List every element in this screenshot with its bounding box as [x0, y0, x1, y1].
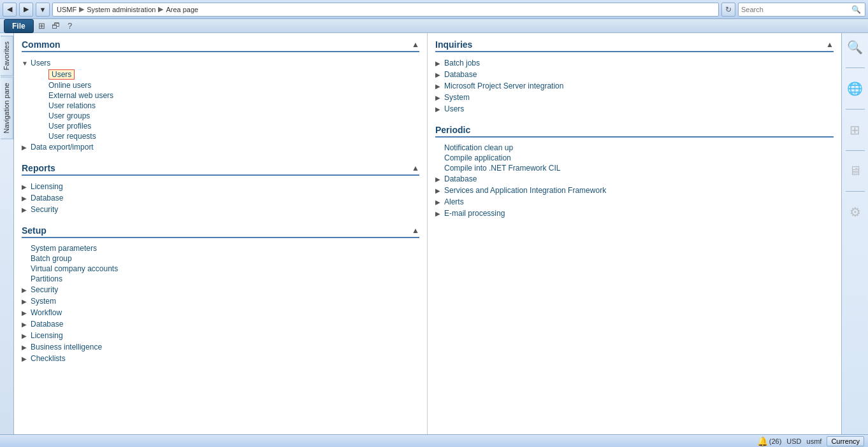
users-item[interactable]: Users — [22, 69, 419, 80]
right-divider-4 — [846, 191, 865, 192]
right-icons-panel: 🔍 🌐 ⊞ 🖥 ⚙ — [841, 33, 868, 447]
search-box: 🔍 — [738, 3, 865, 17]
alerts-item[interactable]: ▶ Alerts — [435, 196, 834, 208]
users-link[interactable]: Users — [48, 69, 75, 80]
back-button[interactable]: ◀ — [3, 3, 17, 17]
user-groups-item[interactable]: User groups — [22, 111, 419, 121]
compile-application-item[interactable]: Compile application — [435, 153, 834, 163]
notification-cleanup-item[interactable]: Notification clean up — [435, 143, 834, 153]
reports-title: Reports — [22, 163, 55, 173]
notification-area: 🔔 (26) — [757, 436, 782, 446]
reports-licensing-item[interactable]: ▶ Licensing — [22, 181, 419, 192]
forward-button[interactable]: ▶ — [19, 3, 33, 17]
reports-security-item[interactable]: ▶ Security — [22, 204, 419, 215]
ms-project-item[interactable]: ▶ Microsoft Project Server integration — [435, 80, 834, 92]
reports-collapse-btn[interactable]: ▲ — [412, 164, 419, 173]
breadcrumb-area-page[interactable]: Area page — [166, 6, 198, 13]
users-group-header[interactable]: ▼ Users — [22, 57, 419, 69]
currency-display: USD — [786, 437, 801, 445]
window-icon[interactable]: 🗗 — [50, 20, 62, 32]
setup-database-item[interactable]: ▶ Database — [22, 318, 419, 330]
batch-jobs-item[interactable]: ▶ Batch jobs — [435, 57, 834, 69]
user-display: usmf — [807, 437, 822, 445]
right-divider-3 — [846, 150, 865, 151]
inq-system-item[interactable]: ▶ System — [435, 92, 834, 103]
breadcrumb-usmf[interactable]: USMF — [57, 6, 76, 13]
side-tabs-panel: Favorites Navigation pane — [0, 33, 14, 447]
setup-checklists-item[interactable]: ▶ Checklists — [22, 353, 419, 364]
currency-button[interactable]: Currency — [827, 436, 864, 446]
users-group-label[interactable]: Users — [31, 59, 50, 67]
user-profiles-item[interactable]: User profiles — [22, 121, 419, 131]
common-title: Common — [22, 39, 61, 50]
periodic-title: Periodic — [435, 125, 470, 135]
right-divider-2 — [846, 109, 865, 110]
notification-bell-icon[interactable]: 🔔 — [757, 436, 768, 446]
refresh-button[interactable]: ↻ — [721, 3, 735, 17]
common-section-header: Common ▲ — [22, 39, 419, 52]
data-export-arrow: ▶ — [22, 144, 31, 151]
user-requests-item[interactable]: User requests — [22, 131, 419, 141]
setup-section-header: Setup ▲ — [22, 225, 419, 238]
search-input[interactable] — [741, 6, 850, 13]
top-navigation-bar: ◀ ▶ ▼ USMF ▶ System administration ▶ Are… — [0, 0, 868, 19]
user-relations-item[interactable]: User relations — [22, 101, 419, 111]
search-right-icon[interactable]: 🔍 — [847, 39, 863, 55]
online-users-item[interactable]: Online users — [22, 80, 419, 90]
display-right-icon[interactable]: 🖥 — [849, 164, 862, 178]
inquiries-section-header: Inquiries ▲ — [435, 39, 834, 52]
inquiries-title: Inquiries — [435, 39, 472, 50]
system-parameters-item[interactable]: System parameters — [22, 243, 419, 253]
setup-security-item[interactable]: ▶ Security — [22, 284, 419, 295]
services-integration-item[interactable]: ▶ Services and Application Integration F… — [435, 185, 834, 196]
help-icon[interactable]: ? — [64, 20, 76, 32]
setup-workflow-item[interactable]: ▶ Workflow — [22, 307, 419, 318]
external-web-users-item[interactable]: External web users — [22, 90, 419, 101]
setup-collapse-btn[interactable]: ▲ — [412, 226, 419, 235]
username-value: usmf — [807, 437, 822, 445]
settings-right-icon[interactable]: ⚙ — [850, 204, 861, 220]
navigation-pane-tab[interactable]: Navigation pane — [1, 77, 13, 139]
reports-database-item[interactable]: ▶ Database — [22, 192, 419, 204]
notification-count: (26) — [769, 437, 782, 445]
file-button[interactable]: File — [4, 19, 34, 33]
data-export-label[interactable]: Data export/import — [31, 143, 94, 152]
email-processing-item[interactable]: ▶ E-mail processing — [435, 208, 834, 219]
main-layout: Favorites Navigation pane Common ▲ ▼ Use… — [0, 33, 868, 447]
search-icon[interactable]: 🔍 — [850, 3, 862, 16]
setup-system-item[interactable]: ▶ System — [22, 295, 419, 307]
left-column: Common ▲ ▼ Users Users Online users Exte… — [14, 33, 428, 447]
periodic-section-header: Periodic — [435, 125, 834, 138]
breadcrumb: USMF ▶ System administration ▶ Area page — [52, 3, 719, 17]
data-export-group[interactable]: ▶ Data export/import — [22, 141, 419, 153]
inq-database-item[interactable]: ▶ Database — [435, 69, 834, 80]
content-area: Common ▲ ▼ Users Users Online users Exte… — [14, 33, 841, 447]
status-bar: 🔔 (26) USD usmf Currency — [0, 434, 868, 447]
favorites-tab[interactable]: Favorites — [1, 36, 13, 76]
setup-licensing-item[interactable]: ▶ Licensing — [22, 330, 419, 341]
batch-group-item[interactable]: Batch group — [22, 253, 419, 264]
globe-right-icon[interactable]: 🌐 — [847, 81, 863, 96]
reports-section-header: Reports ▲ — [22, 163, 419, 176]
grid-view-icon[interactable]: ⊞ — [36, 20, 48, 32]
per-database-item[interactable]: ▶ Database — [435, 173, 834, 185]
setup-bi-item[interactable]: ▶ Business intelligence — [22, 341, 419, 353]
partitions-item[interactable]: Partitions — [22, 274, 419, 284]
breadcrumb-system-admin[interactable]: System administration — [87, 6, 156, 13]
inq-users-item[interactable]: ▶ Users — [435, 103, 834, 115]
right-divider-1 — [846, 67, 865, 68]
dropdown-button[interactable]: ▼ — [36, 3, 50, 17]
compile-net-item[interactable]: Compile into .NET Framework CIL — [435, 163, 834, 173]
currency-value: USD — [786, 437, 801, 445]
users-expand-arrow: ▼ — [22, 60, 31, 67]
file-toolbar: File ⊞ 🗗 ? — [0, 19, 868, 33]
virtual-company-item[interactable]: Virtual company accounts — [22, 264, 419, 274]
setup-title: Setup — [22, 225, 47, 236]
common-collapse-btn[interactable]: ▲ — [412, 40, 419, 49]
inquiries-collapse-btn[interactable]: ▲ — [826, 40, 834, 49]
windows-right-icon[interactable]: ⊞ — [850, 122, 860, 138]
right-column: Inquiries ▲ ▶ Batch jobs ▶ Database ▶ Mi… — [428, 33, 841, 447]
